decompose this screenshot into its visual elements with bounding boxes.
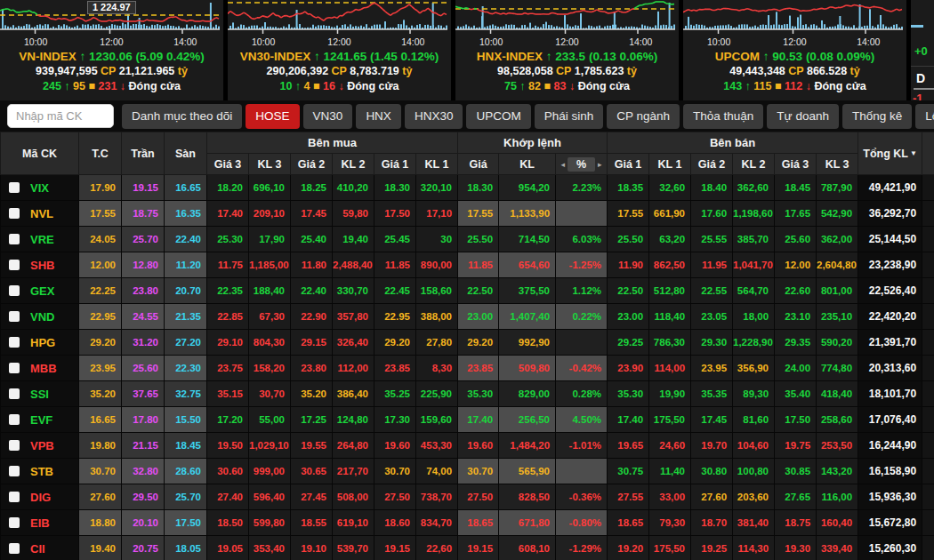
session-status: Đóng cửa (347, 80, 399, 92)
buy-kl2-cell: 508,00 (333, 484, 374, 510)
sell-kl3-cell: 339,40 (817, 536, 858, 560)
ceiling-price-cell: 25.70 (122, 227, 165, 252)
stock-row-vpb: VPB19.8021.1518.4519.501,029,1019.55264,… (1, 433, 934, 459)
row-checkbox[interactable] (9, 440, 20, 451)
sell-kl2-cell: 100,80 (733, 459, 775, 484)
row-checkbox[interactable] (9, 517, 20, 528)
col-header-sell-5: Giá 3 (775, 154, 817, 175)
stock-row-nvl: NVL17.5518.7516.3517.40209,1017.4559,801… (1, 201, 934, 227)
index-shares: 939,947,595 (36, 65, 101, 77)
stock-ticker[interactable]: VND (30, 310, 54, 324)
tab-thống-kê[interactable]: Thống kê (842, 104, 912, 129)
stock-row-mbb: MBB23.9525.6022.3023.75158,2023.80112,00… (1, 356, 934, 381)
index-summary: VN-INDEX ↑ 1230.06 (5.09 0.42%)939,947,5… (0, 49, 223, 94)
sell-kl1-cell: 661,90 (649, 201, 691, 227)
stock-ticker[interactable]: VRE (30, 233, 54, 246)
row-checkbox[interactable] (9, 234, 20, 244)
stock-code-wrap: SSI (9, 388, 78, 401)
index-change: (0.08 0.09%) (806, 50, 874, 63)
row-checkbox[interactable] (9, 492, 20, 502)
tab-danh-mục-theo-dõi[interactable]: Danh mục theo dõi (122, 104, 242, 129)
cutoff-cell (922, 252, 934, 278)
pct-header-wrap: ◂%▸ (556, 157, 607, 172)
match-pct-cell: 0.28% (556, 381, 608, 407)
sell-gia3-cell: 23.10 (775, 304, 817, 330)
stock-ticker[interactable]: HPG (30, 336, 55, 349)
col-header-buy-4: KL 2 (333, 154, 374, 175)
row-checkbox[interactable] (9, 285, 20, 296)
row-checkbox[interactable] (9, 337, 20, 348)
price-board-table: Mã CKT.CTrầnSànBên muaKhớp lệnhBên bánTổ… (0, 132, 934, 560)
buy-gia2-cell: 27.45 (291, 484, 333, 510)
total-kl-label: Tổng KL (863, 148, 908, 160)
sell-kl2-cell: 89,30 (733, 381, 775, 407)
stock-ticker[interactable]: SSI (30, 388, 49, 401)
stock-ticker[interactable]: GEX (30, 284, 54, 298)
row-checkbox[interactable] (9, 363, 20, 373)
match-gia-cell: 25.50 (458, 227, 499, 252)
tab-tự-doanh[interactable]: Tự doanh (767, 104, 839, 129)
row-checkbox[interactable] (9, 414, 20, 425)
buy-gia2-cell: 11.80 (291, 252, 333, 278)
advancers-arrow-icon: ↑ (295, 80, 304, 92)
stock-ticker[interactable]: VIX (30, 181, 49, 195)
buy-gia3-cell: 30.60 (207, 459, 249, 484)
index-panel-upcom: 10:0012:0014:00UPCOM ↑ 90.53 (0.08 0.09%… (683, 0, 906, 100)
row-checkbox[interactable] (9, 260, 20, 270)
tab-lô-lẻ[interactable]: Lô lẻ (915, 104, 934, 129)
row-checkbox[interactable] (9, 208, 20, 219)
world-index-sliver: +0D-1 (911, 0, 934, 100)
tab-phái-sinh[interactable]: Phái sinh (535, 104, 604, 129)
pct-next-arrow-icon[interactable]: ▸ (598, 160, 602, 169)
tab-hnx[interactable]: HNX (356, 104, 401, 129)
match-kl-cell: 1,484,20 (499, 433, 556, 459)
buy-kl2-cell: 124,80 (333, 407, 374, 433)
stock-ticker[interactable]: EIB (30, 516, 50, 530)
tab-upcom[interactable]: UPCOM (466, 104, 530, 129)
stock-ticker[interactable]: MBB (30, 362, 57, 375)
ceiling-price-cell: 24.55 (122, 304, 165, 330)
market-tabbar: Danh mục theo dõiHOSEVN30HNXHNX30UPCOMPh… (0, 100, 934, 132)
time-tick-label: 12:00 (555, 36, 578, 47)
stock-ticker[interactable]: SHB (30, 259, 54, 272)
row-checkbox[interactable] (9, 182, 20, 193)
advancers-count: 245 (43, 80, 64, 92)
tab-hnx30[interactable]: HNX30 (405, 104, 463, 129)
buy-gia1-cell: 22.45 (374, 278, 416, 304)
row-checkbox[interactable] (9, 466, 20, 476)
index-summary-line1: UPCOM ↑ 90.53 (0.08 0.09%) (683, 49, 906, 64)
buy-kl1-cell: 17,10 (416, 201, 458, 227)
row-checkbox[interactable] (9, 543, 20, 554)
col-header-tong-kl[interactable]: Tổng KL▼ (858, 132, 922, 175)
stock-ticker[interactable]: NVL (30, 207, 53, 220)
cutoff-cell (922, 407, 934, 433)
sell-kl2-cell: 18,00 (733, 304, 775, 330)
cutoff-cell (922, 484, 934, 510)
sell-gia3-cell: 18.75 (775, 510, 817, 536)
sell-kl3-cell: 160,40 (817, 510, 858, 536)
stock-ticker[interactable]: STB (30, 465, 53, 478)
stock-ticker[interactable]: CII (30, 542, 45, 556)
sell-kl1-cell: 33,00 (649, 484, 691, 510)
chart-time-axis: 10:0012:0014:00 (455, 36, 679, 49)
match-gia-cell: 27.50 (458, 484, 499, 510)
sell-kl1-cell: 63,20 (649, 227, 691, 252)
tab-vn30[interactable]: VN30 (303, 104, 353, 129)
decliners-arrow-icon: ↓ (569, 80, 578, 92)
stock-ticker[interactable]: VPB (30, 439, 54, 452)
unchanged-square-icon: ■ (775, 80, 785, 92)
stock-ticker[interactable]: DIG (30, 491, 51, 504)
ref-price-cell: 35.20 (79, 381, 122, 407)
tab-thỏa-thuận[interactable]: Thỏa thuận (683, 104, 763, 129)
tab-cp-ngành[interactable]: CP ngành (607, 104, 680, 129)
buy-kl1-cell: 74,00 (416, 459, 458, 484)
row-checkbox[interactable] (9, 388, 20, 399)
row-checkbox[interactable] (9, 311, 20, 322)
pct-prev-arrow-icon[interactable]: ◂ (560, 160, 565, 169)
stock-ticker[interactable]: EVF (30, 413, 52, 427)
ty-label: tỷ (402, 65, 412, 77)
cutoff-cell (922, 175, 934, 201)
buy-gia1-cell: 30.70 (374, 459, 416, 484)
tab-hose[interactable]: HOSE (246, 104, 299, 129)
stock-code-input[interactable] (7, 104, 114, 128)
